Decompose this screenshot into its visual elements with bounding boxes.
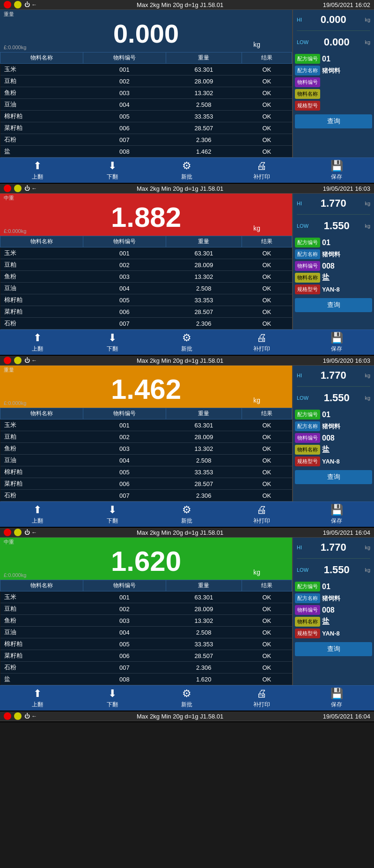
table-cell-0: 盐 (0, 146, 83, 157)
weight-label: 中重 (4, 539, 14, 546)
table-cell-3: OK (242, 122, 292, 134)
col-header: 结果 (242, 236, 292, 247)
panel-3: ⏻ ← Max 2kg Min 20g d=1g J1.58.01 19/05/… (0, 356, 374, 528)
down-btn[interactable]: ⬇ 下翻 (96, 332, 129, 353)
new-batch-label: 新批 (181, 701, 192, 709)
table-cell-3: OK (242, 306, 292, 318)
new-batch-btn[interactable]: ⚙ 新批 (170, 504, 203, 525)
table-cell-0: 玉米 (0, 64, 83, 75)
table-row: 菜籽粕00628.507OK (0, 650, 292, 662)
weight-main-4: 中重 1.620 kg £:0.000kg (0, 538, 292, 580)
table-cell-3: OK (242, 259, 292, 271)
query-button[interactable]: 查询 (295, 642, 372, 656)
down-icon: ⬇ (108, 504, 117, 516)
info-panel-1: 配方编号 01 配方名称 猪饲料 物料编号 物料名称 规格型号 查询 (292, 52, 374, 157)
reprint-icon: 🖨 (257, 688, 267, 700)
table-cell-2: 28.009 (166, 75, 242, 87)
down-btn[interactable]: ⬇ 下翻 (96, 504, 129, 525)
table-cell-1: 002 (83, 603, 166, 615)
up-btn[interactable]: ⬆ 上翻 (21, 504, 54, 525)
table-row: 鱼粉00313.302OK (0, 615, 292, 627)
table-cell-2: 2.306 (166, 134, 242, 146)
up-btn[interactable]: ⬆ 上翻 (21, 160, 54, 181)
table-cell-2: 13.302 (166, 87, 242, 99)
table-cell-3: OK (242, 615, 292, 627)
up-btn[interactable]: ⬆ 上翻 (21, 688, 54, 709)
hi-label: HI (297, 17, 302, 22)
main-content-2: 物料名称物料编号重量结果玉米00163.301OK豆粕00228.009OK鱼粉… (0, 236, 374, 329)
table-cell-3: OK (242, 455, 292, 466)
table-cell-2: 2.508 (166, 627, 242, 638)
reprint-btn[interactable]: 🖨 补打印 (245, 160, 278, 181)
weight-hi: HI 1.770 kg (297, 197, 370, 210)
query-button[interactable]: 查询 (295, 298, 372, 312)
up-btn[interactable]: ⬆ 上翻 (21, 332, 54, 353)
col-header: 重量 (166, 408, 242, 419)
reprint-btn[interactable]: 🖨 补打印 (245, 688, 278, 709)
material-row: 物料编号 008 (295, 261, 372, 271)
save-btn[interactable]: 💾 保存 (320, 160, 353, 181)
recipe-row: 配方编号 01 (295, 410, 372, 419)
material-name-label: 物料名称 (295, 445, 320, 455)
recipe-label: 配方编号 (295, 54, 320, 64)
save-btn[interactable]: 💾 保存 (320, 504, 353, 525)
divider (297, 30, 370, 31)
status-left-text: ⏻ ← (24, 529, 37, 536)
toolbar-4: ⬆ 上翻 ⬇ 下翻 ⚙ 新批 🖨 补打印 💾 保存 (0, 685, 374, 711)
reprint-btn[interactable]: 🖨 补打印 (245, 332, 278, 353)
new-batch-btn[interactable]: ⚙ 新批 (170, 332, 203, 353)
reprint-icon: 🖨 (257, 504, 267, 516)
new-batch-label: 新批 (181, 345, 192, 353)
col-header: 结果 (242, 580, 292, 591)
material-name-row: 物料名称 (295, 89, 372, 99)
table-cell-1: 003 (83, 615, 166, 627)
low-unit: kg (365, 39, 370, 45)
table-cell-2: 33.353 (166, 294, 242, 306)
new-batch-btn[interactable]: ⚙ 新批 (170, 688, 203, 709)
down-label: 下翻 (107, 345, 118, 353)
material-row: 物料编号 (295, 77, 372, 87)
material-label: 物料编号 (295, 77, 320, 87)
low-unit: kg (365, 223, 370, 229)
weight-low: LOW 0.000 kg (297, 36, 370, 48)
data-table-2: 物料名称物料编号重量结果玉米00163.301OK豆粕00228.009OK鱼粉… (0, 236, 292, 329)
down-btn[interactable]: ⬇ 下翻 (96, 160, 129, 181)
info-panel-3: 配方编号 01 配方名称 猪饲料 物料编号 008 物料名称 盐 规格型号 YA… (292, 408, 374, 501)
material-name-label: 物料名称 (295, 273, 320, 283)
table-section-4: 物料名称物料编号重量结果玉米00163.301OK豆粕00228.009OK鱼粉… (0, 580, 292, 685)
col-header: 物料名称 (0, 408, 83, 419)
status-icon-1 (4, 529, 11, 536)
new-batch-btn[interactable]: ⚙ 新批 (170, 160, 203, 181)
down-btn[interactable]: ⬇ 下翻 (96, 688, 129, 709)
hi-value: 1.770 (321, 369, 346, 382)
weight-low: LOW 1.550 kg (297, 392, 370, 404)
up-icon: ⬆ (33, 160, 42, 172)
status-icon-1 (4, 185, 11, 192)
save-btn[interactable]: 💾 保存 (320, 332, 353, 353)
table-cell-3: OK (242, 466, 292, 478)
material-value: 008 (322, 434, 335, 442)
table-cell-2: 33.353 (166, 638, 242, 650)
table-cell-2: 2.306 (166, 318, 242, 329)
weight-zero-label: £:0.000kg (4, 400, 26, 406)
query-button[interactable]: 查询 (295, 470, 372, 484)
query-button[interactable]: 查询 (295, 114, 372, 128)
up-icon: ⬆ (33, 332, 42, 344)
low-value: 1.550 (324, 220, 350, 232)
weight-zero-label: £:0.000kg (4, 228, 26, 234)
weight-value: 1.620 (5, 540, 287, 577)
divider (297, 558, 370, 559)
table-row: 菜籽粕00628.507OK (0, 306, 292, 318)
table-cell-3: OK (242, 443, 292, 455)
name-label: 配方名称 (295, 249, 320, 259)
name-row: 配方名称 猪饲料 (295, 593, 372, 603)
down-label: 下翻 (107, 701, 118, 709)
reprint-btn[interactable]: 🖨 补打印 (245, 504, 278, 525)
save-btn[interactable]: 💾 保存 (320, 688, 353, 709)
low-label: LOW (297, 395, 308, 401)
table-cell-0: 豆粕 (0, 431, 83, 443)
table-cell-3: OK (242, 146, 292, 157)
table-section-3: 物料名称物料编号重量结果玉米00163.301OK豆粕00228.009OK鱼粉… (0, 408, 292, 501)
status-center-text: Max 2kg Min 20g d=1g J1.58.01 (137, 529, 223, 536)
col-header: 物料名称 (0, 52, 83, 64)
